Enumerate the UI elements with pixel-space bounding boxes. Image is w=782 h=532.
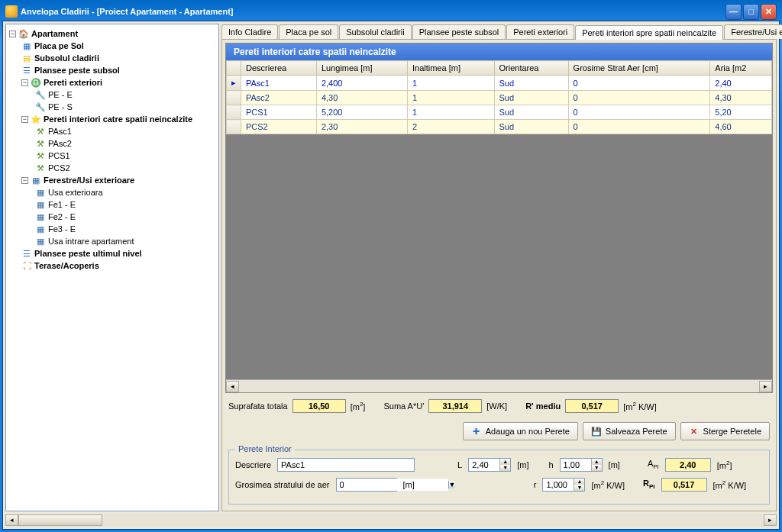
cell[interactable]: PAsc1 (241, 76, 317, 91)
floor-top-icon: ☰ (21, 248, 32, 259)
cell[interactable]: 0 (568, 105, 710, 120)
cell[interactable]: PCS2 (241, 120, 317, 134)
tab-placa[interactable]: Placa pe sol (279, 24, 338, 39)
cell[interactable]: Sud (494, 120, 568, 134)
data-grid[interactable]: Pereti interiori catre spatii neincalzit… (225, 43, 773, 393)
tree-ferestre[interactable]: Ferestre/Usi exterioare (44, 176, 134, 185)
spin-down-icon[interactable]: ▼ (574, 485, 584, 491)
tree-plansee-subsol[interactable]: Plansee peste subsol (34, 66, 120, 75)
tree-plansee-ult[interactable]: Plansee peste ultimul nivel (34, 249, 142, 258)
tree-subsol[interactable]: Subsolul cladirii (34, 53, 99, 63)
tree-terase[interactable]: Terase/Acoperis (34, 261, 99, 270)
save-wall-button[interactable]: 💾Salveaza Perete (583, 422, 676, 440)
scroll-left-icon[interactable]: ◂ (226, 381, 239, 392)
L-spinner[interactable]: ▲▼ (468, 458, 511, 472)
table-row[interactable]: ▸ PAsc1 2,400 1 Sud 0 2,40 (227, 76, 772, 91)
col-descriere[interactable]: Descrierea (241, 61, 317, 76)
scroll-right-icon[interactable]: ▸ (764, 514, 777, 526)
window-icon: ▦ (35, 224, 46, 234)
tree-pcs1[interactable]: PCS1 (48, 151, 70, 160)
titlebar[interactable]: Anvelopa Cladirii - [Proiect Apartament … (2, 2, 780, 21)
scroll-right-icon[interactable]: ▸ (759, 381, 772, 392)
tree-fe2[interactable]: Fe2 - E (48, 212, 76, 221)
cell[interactable]: 2,40 (710, 76, 772, 91)
cell[interactable]: Sud (494, 105, 568, 120)
tree-pcs2[interactable]: PCS2 (48, 163, 70, 172)
spin-down-icon[interactable]: ▼ (499, 465, 510, 471)
cell[interactable]: 4,30 (710, 91, 772, 105)
cell[interactable]: 4,60 (710, 120, 772, 134)
scroll-thumb[interactable] (18, 514, 102, 526)
tree-pane[interactable]: −🏠Apartament ▦Placa pe Sol ▤Subsolul cla… (5, 24, 219, 511)
bottom-hscroll[interactable]: ◂ ▸ (5, 514, 777, 527)
col-grosime[interactable]: Grosime Strat Aer [cm] (568, 61, 710, 76)
tree-placa[interactable]: Placa pe Sol (34, 41, 84, 50)
grid-hscroll[interactable]: ◂ ▸ (226, 379, 772, 392)
tree-pereti-ext[interactable]: Pereti exteriori (44, 78, 102, 87)
tree-toggle[interactable]: − (21, 177, 28, 184)
cell[interactable]: PCS1 (241, 105, 317, 120)
maximize-button[interactable]: □ (743, 4, 759, 20)
cell[interactable]: 2,400 (316, 76, 407, 91)
minimize-button[interactable]: — (725, 4, 742, 20)
cell[interactable]: Sud (494, 76, 568, 91)
scroll-left-icon[interactable]: ◂ (5, 514, 18, 526)
cell[interactable]: 0 (568, 76, 710, 91)
tree-toggle[interactable]: − (9, 31, 16, 37)
tree-pasc2[interactable]: PAsc2 (48, 139, 72, 148)
r-spinner[interactable]: ▲▼ (542, 478, 585, 492)
spin-up-icon[interactable]: ▲ (591, 459, 602, 465)
cell[interactable]: 5,200 (316, 105, 407, 120)
tree-root[interactable]: Apartament (31, 29, 78, 38)
tree-fe1[interactable]: Fe1 - E (48, 200, 76, 209)
cell[interactable]: PAsc2 (241, 91, 317, 105)
col-lungime[interactable]: Lungimea [m] (316, 61, 407, 76)
cell[interactable]: 1 (407, 105, 494, 120)
tree-pereti-int[interactable]: Pereti interiori catre spatii neincalzit… (44, 114, 192, 124)
cell[interactable]: 2,30 (316, 120, 407, 134)
descriere-input[interactable] (277, 458, 415, 472)
r-label: R' mediu (525, 401, 561, 411)
delete-wall-button[interactable]: ✕Sterge Peretele (680, 422, 770, 440)
cell[interactable]: 1 (407, 76, 494, 91)
add-wall-button[interactable]: ✚Adauga un nou Perete (463, 422, 578, 440)
cell[interactable]: 1 (407, 91, 494, 105)
cell[interactable]: 4,30 (316, 91, 407, 105)
cell[interactable]: 5,20 (710, 105, 772, 120)
tree-pasc1[interactable]: PAsc1 (48, 127, 72, 136)
chevron-down-icon[interactable]: ▼ (448, 481, 456, 488)
tab-pereti-int[interactable]: Pereti interiori spre spatii neincalzite (575, 25, 723, 40)
grosime-combo[interactable]: ▼ (336, 478, 397, 492)
close-button[interactable]: ✕ (761, 4, 777, 20)
summary-row: Suprafata totala 16,50 [m2] Suma A*U' 31… (225, 393, 773, 416)
cell[interactable]: 0 (568, 91, 710, 105)
tree-toggle[interactable]: − (21, 116, 28, 123)
cell[interactable]: 0 (568, 120, 710, 134)
tree-toggle[interactable]: − (21, 79, 28, 86)
cell[interactable]: 2 (407, 120, 494, 134)
tree-fe3[interactable]: Fe3 - E (48, 224, 76, 234)
tree-usa-ext[interactable]: Usa exterioara (48, 188, 103, 197)
spin-up-icon[interactable]: ▲ (574, 479, 584, 485)
table-row[interactable]: PCS2 2,30 2 Sud 0 4,60 (227, 120, 772, 134)
table-row[interactable]: PCS1 5,200 1 Sud 0 5,20 (227, 105, 772, 120)
tree-pe-e[interactable]: PE - E (48, 90, 73, 99)
col-aria[interactable]: Aria [m2 (710, 61, 772, 76)
tab-ferestre[interactable]: Ferestre/Usi exterioare (724, 24, 782, 39)
tab-strip: Info Cladire Placa pe sol Subsolul cladi… (221, 24, 777, 39)
r-label: r (534, 480, 537, 489)
tree-usa-intr[interactable]: Usa intrare apartament (48, 237, 134, 246)
col-orientare[interactable]: Orientarea (494, 61, 568, 76)
tab-subsol[interactable]: Subsolul cladirii (339, 24, 411, 39)
tab-plansee[interactable]: Plansee peste subsol (412, 24, 506, 39)
tab-info[interactable]: Info Cladire (221, 24, 278, 39)
spin-down-icon[interactable]: ▼ (591, 465, 602, 471)
tool-icon: ⚒ (35, 163, 46, 173)
tree-pe-s[interactable]: PE - S (48, 102, 73, 111)
cell[interactable]: Sud (494, 91, 568, 105)
spin-up-icon[interactable]: ▲ (499, 459, 510, 465)
col-inaltime[interactable]: Inaltimea [m] (407, 61, 494, 76)
h-spinner[interactable]: ▲▼ (560, 458, 603, 472)
table-row[interactable]: PAsc2 4,30 1 Sud 0 4,30 (227, 91, 772, 105)
tab-pereti-ext[interactable]: Pereti exteriori (506, 24, 574, 39)
